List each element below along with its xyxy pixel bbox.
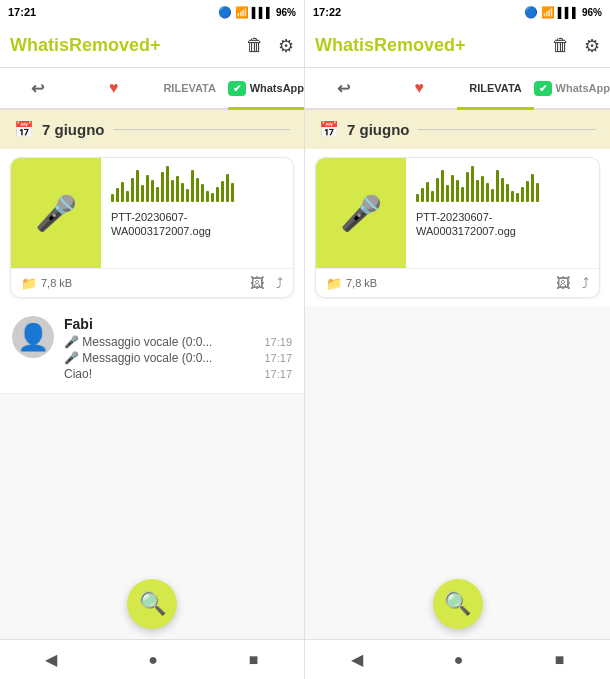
fab-area-right: 🔍	[305, 569, 610, 639]
tab-whatsapp-label-right: WhatsApp	[556, 82, 610, 94]
refresh-icon-left: ↩	[31, 79, 44, 98]
tab-whatsapp-right[interactable]: ✔ WhatsApp	[534, 68, 610, 108]
battery-left: 96%	[276, 7, 296, 18]
message-row-1-left: 🎤 Messaggio vocale (0:0... 17:17	[64, 351, 292, 365]
mic-icon-right: 🎤	[340, 193, 382, 233]
audio-card-top-right: 🎤	[316, 158, 599, 268]
status-icons-left: 🔵 📶 ▌▌▌ 96%	[218, 6, 296, 19]
refresh-icon-right: ↩	[337, 79, 350, 98]
mic-icon-left: 🎤	[35, 193, 77, 233]
fab-search-right[interactable]: 🔍	[433, 579, 483, 629]
card-actions-right: 🖼 ⤴	[556, 275, 589, 291]
heart-icon-right: ♥	[415, 79, 425, 97]
tab-rilevata-left[interactable]: RILEVATA	[152, 68, 228, 108]
tab-bar-left: ↩ ♥ RILEVATA ✔ WhatsApp	[0, 68, 304, 110]
nav-bar-right: ◀ ● ■	[305, 639, 610, 679]
audio-thumb-left: 🎤	[11, 158, 101, 268]
fab-area-left: 🔍	[0, 569, 304, 639]
card-actions-left: 🖼 ⤴	[250, 275, 283, 291]
file-icon-left: 📁	[21, 276, 37, 291]
tab-whatsapp-badge-left: ✔	[228, 81, 246, 96]
tab-heart-left[interactable]: ♥	[76, 68, 152, 108]
share-action-icon-left[interactable]: ⤴	[276, 275, 283, 291]
calendar-icon-left: 📅	[14, 120, 34, 139]
status-bar-right: 17:22 🔵 📶 ▌▌▌ 96%	[305, 0, 610, 24]
avatar-person-icon-left: 👤	[17, 322, 49, 353]
delete-icon-right[interactable]: 🗑	[552, 35, 570, 56]
toolbar-icons-right: 🗑 ⚙	[552, 35, 600, 57]
audio-card-bottom-right: 📁 7,8 kB 🖼 ⤴	[316, 268, 599, 297]
message-text-1-left: 🎤 Messaggio vocale (0:0...	[64, 351, 256, 365]
share-action-icon-right[interactable]: ⤴	[582, 275, 589, 291]
app-title-right: WhatisRemoved+	[315, 35, 466, 56]
nav-home-right[interactable]: ●	[436, 645, 482, 675]
status-time-left: 17:21	[8, 6, 36, 18]
status-bar-left: 17:21 🔵 📶 ▌▌▌ 96%	[0, 0, 304, 24]
battery-right: 96%	[582, 7, 602, 18]
audio-card-left: 🎤	[10, 157, 294, 298]
nav-back-left[interactable]: ◀	[27, 644, 75, 675]
nav-back-right[interactable]: ◀	[333, 644, 381, 675]
nav-bar-left: ◀ ● ■	[0, 639, 304, 679]
fab-search-icon-right: 🔍	[444, 591, 471, 617]
settings-icon-right[interactable]: ⚙	[584, 35, 600, 57]
message-time-2-left: 17:17	[264, 368, 292, 380]
audio-filename-right: PTT-20230607-WA0003172007.ogg	[416, 210, 589, 239]
tab-whatsapp-badge-right: ✔	[534, 81, 552, 96]
audio-card-top-left: 🎤	[11, 158, 293, 268]
audio-card-bottom-left: 📁 7,8 kB 🖼 ⤴	[11, 268, 293, 297]
signal-icon-right: ▌▌▌	[558, 7, 579, 18]
audio-card-area-left: 🎤	[0, 149, 304, 306]
audio-info-right: PTT-20230607-WA0003172007.ogg	[406, 158, 599, 268]
settings-icon-left[interactable]: ⚙	[278, 35, 294, 57]
message-plain-left: Ciao!	[64, 367, 92, 381]
message-time-0-left: 17:19	[264, 336, 292, 348]
tab-whatsapp-label-left: WhatsApp	[250, 82, 304, 94]
audio-filename-left: PTT-20230607-WA0003172007.ogg	[111, 210, 283, 239]
date-text-right: 7 giugno	[347, 121, 410, 138]
file-info-left: 📁 7,8 kB	[21, 276, 72, 291]
date-header-left: 📅 7 giugno	[0, 110, 304, 149]
audio-info-left: PTT-20230607-WA0003172007.ogg	[101, 158, 293, 268]
message-time-1-left: 17:17	[264, 352, 292, 364]
bluetooth-icon-right: 🔵	[524, 6, 538, 19]
fab-search-icon-left: 🔍	[139, 591, 166, 617]
tab-whatsapp-left[interactable]: ✔ WhatsApp	[228, 68, 304, 108]
nav-home-left[interactable]: ●	[130, 645, 176, 675]
nav-recent-left[interactable]: ■	[231, 645, 277, 675]
left-panel: 17:21 🔵 📶 ▌▌▌ 96% WhatisRemoved+ 🗑 ⚙ ↩ ♥…	[0, 0, 305, 679]
audio-card-right: 🎤	[315, 157, 600, 298]
fab-search-left[interactable]: 🔍	[127, 579, 177, 629]
toolbar-icons-left: 🗑 ⚙	[246, 35, 294, 57]
waveform-right	[416, 166, 589, 202]
message-row-2-left: Ciao! 17:17	[64, 367, 292, 381]
calendar-icon-right: 📅	[319, 120, 339, 139]
contact-name-left: Fabi	[64, 316, 292, 332]
tab-bar-right: ↩ ♥ RILEVATA ✔ WhatsApp	[305, 68, 610, 110]
message-contact-left[interactable]: 👤 Fabi 🎤 Messaggio vocale (0:0... 17:19 …	[0, 306, 304, 394]
tab-rilevata-label-right: RILEVATA	[469, 82, 522, 94]
right-panel: 17:22 🔵 📶 ▌▌▌ 96% WhatisRemoved+ 🗑 ⚙ ↩ ♥…	[305, 0, 610, 679]
message-list-right	[305, 306, 610, 569]
tab-refresh-right[interactable]: ↩	[305, 68, 381, 108]
image-action-icon-left[interactable]: 🖼	[250, 275, 264, 291]
date-header-right: 📅 7 giugno	[305, 110, 610, 149]
heart-icon-left: ♥	[109, 79, 119, 97]
file-size-right: 7,8 kB	[346, 277, 377, 289]
signal-icon: ▌▌▌	[252, 7, 273, 18]
date-text-left: 7 giugno	[42, 121, 105, 138]
message-content-left: Fabi 🎤 Messaggio vocale (0:0... 17:19 🎤 …	[64, 316, 292, 383]
tab-refresh-left[interactable]: ↩	[0, 68, 76, 108]
delete-icon-left[interactable]: 🗑	[246, 35, 264, 56]
tab-heart-right[interactable]: ♥	[381, 68, 457, 108]
bluetooth-icon: 🔵	[218, 6, 232, 19]
avatar-left: 👤	[12, 316, 54, 358]
audio-card-area-right: 🎤	[305, 149, 610, 306]
audio-thumb-right: 🎤	[316, 158, 406, 268]
waveform-left	[111, 166, 283, 202]
file-icon-right: 📁	[326, 276, 342, 291]
date-separator-left	[113, 129, 291, 130]
nav-recent-right[interactable]: ■	[537, 645, 583, 675]
image-action-icon-right[interactable]: 🖼	[556, 275, 570, 291]
tab-rilevata-right[interactable]: RILEVATA	[457, 68, 533, 108]
